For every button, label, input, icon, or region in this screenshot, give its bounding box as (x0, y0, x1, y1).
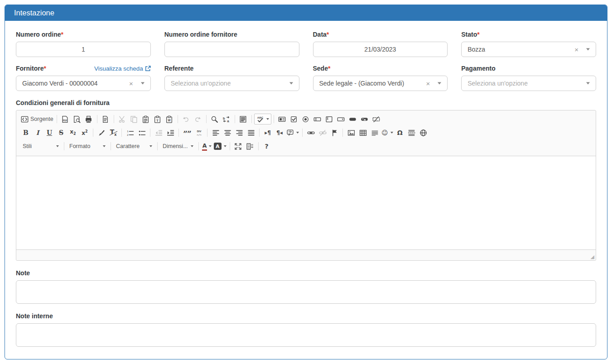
paste-word-button[interactable]: W (164, 114, 175, 125)
font-combo-label: Carattere (116, 143, 140, 149)
chevron-down-icon[interactable] (586, 48, 590, 51)
numero-ordine-fornitore-input[interactable] (164, 42, 299, 57)
svg-text:a: a (227, 119, 230, 123)
align-left-button[interactable] (210, 127, 222, 138)
styles-combo[interactable]: Stili (20, 141, 62, 152)
remove-format-button[interactable]: Tx (107, 127, 119, 138)
radio-button[interactable] (300, 114, 312, 125)
bidi-ltr-button[interactable]: ▸¶ (262, 127, 274, 138)
align-center-button[interactable] (222, 127, 233, 138)
chevron-down-icon[interactable] (141, 82, 145, 85)
strike-button[interactable]: S (55, 127, 67, 138)
smiley-button[interactable]: ☺ (381, 127, 394, 138)
svg-text:DIV: DIV (197, 130, 201, 133)
anchor-button[interactable] (328, 127, 340, 138)
clear-icon[interactable]: × (129, 80, 133, 87)
align-right-button[interactable] (233, 127, 245, 138)
iframe-button[interactable] (418, 127, 429, 138)
special-char-button[interactable]: Ω (394, 127, 406, 138)
show-blocks-button[interactable] (244, 141, 256, 152)
numbered-list-button[interactable]: 12 (124, 127, 136, 138)
font-combo[interactable]: Carattere (113, 141, 155, 152)
hidden-field-button[interactable]: I (371, 114, 382, 125)
link-button[interactable] (305, 127, 317, 138)
chevron-down-icon[interactable] (438, 82, 441, 85)
subscript-button[interactable]: x2 (67, 127, 79, 138)
note-input[interactable] (16, 280, 596, 304)
chevron-down-icon[interactable] (289, 82, 293, 85)
select-all-button[interactable] (237, 114, 249, 125)
format-combo[interactable]: Formato (67, 141, 108, 152)
image-button-button[interactable] (359, 114, 371, 125)
horizontal-rule-button[interactable] (369, 127, 381, 138)
image-button[interactable] (345, 127, 357, 138)
clear-icon[interactable]: × (574, 46, 578, 53)
pagamento-select[interactable]: Seleziona un'opzione (461, 76, 596, 91)
indent-button[interactable] (164, 127, 176, 138)
language-button[interactable] (285, 127, 300, 138)
select-field-button[interactable] (335, 114, 347, 125)
note-interne-input[interactable] (16, 323, 596, 347)
about-button[interactable]: ? (261, 141, 273, 152)
paste-text-icon: T (154, 115, 161, 123)
bold-button[interactable]: B (20, 127, 32, 138)
bidi-ltr-icon: ▸¶ (265, 130, 271, 135)
preview-button[interactable] (71, 114, 83, 125)
required-marker: * (43, 65, 46, 72)
export-pdf-button[interactable]: PDF (59, 114, 71, 125)
align-justify-button[interactable] (245, 127, 257, 138)
bidi-rtl-button[interactable]: ¶◂ (274, 127, 285, 138)
toolbar-separator (57, 115, 57, 123)
bg-color-icon: A (214, 143, 222, 150)
fornitore-select[interactable]: Giacomo Verdi - 00000004 × (16, 76, 151, 91)
text-field-button[interactable] (312, 114, 323, 125)
stato-select[interactable]: Bozza × (461, 42, 596, 57)
text-color-button[interactable]: A (201, 141, 213, 152)
chevron-down-icon[interactable] (586, 82, 590, 85)
blockquote-button[interactable]: ”” (181, 127, 193, 138)
maximize-button[interactable] (232, 141, 244, 152)
size-combo[interactable]: Dimensi... (160, 141, 196, 152)
editor-content[interactable] (16, 156, 596, 249)
pagamento-label: Pagamento (461, 65, 495, 72)
bulleted-list-button[interactable] (136, 127, 148, 138)
superscript-button[interactable]: x2 (79, 127, 91, 138)
svg-text:b: b (223, 116, 225, 120)
field-note-interne: Note interne (16, 312, 596, 347)
button-field-button[interactable] (347, 114, 359, 125)
textarea-field-button[interactable] (323, 114, 335, 125)
print-button[interactable] (83, 114, 95, 125)
field-sede: Sede* Sede legale - (Giacomo Verdi) × (313, 65, 448, 91)
copy-formatting-button[interactable] (96, 127, 107, 138)
numero-ordine-input[interactable] (16, 42, 151, 57)
source-button[interactable]: Sorgente (20, 114, 54, 125)
svg-text:1: 1 (127, 130, 128, 133)
bg-color-button[interactable]: A (213, 141, 227, 152)
underline-button[interactable]: U (43, 127, 55, 138)
clear-icon[interactable]: × (426, 80, 430, 87)
replace-button[interactable]: ba (221, 114, 232, 125)
find-button[interactable] (209, 114, 221, 125)
sede-select[interactable]: Sede legale - (Giacomo Verdi) × (313, 76, 448, 91)
toolbar-separator (121, 129, 122, 137)
new-page-button[interactable] (100, 114, 111, 125)
checkbox-button[interactable] (288, 114, 300, 125)
form-button[interactable] (276, 114, 288, 125)
div-container-button[interactable]: DIV</> (193, 127, 205, 138)
cut-button (116, 114, 128, 125)
svg-text:2: 2 (127, 133, 128, 136)
italic-button[interactable]: I (32, 127, 43, 138)
table-button[interactable] (357, 127, 369, 138)
page-break-button[interactable] (406, 127, 418, 138)
note-interne-label: Note interne (16, 312, 596, 320)
referente-select[interactable]: Seleziona un'opzione (164, 76, 299, 91)
export-pdf-icon: PDF (61, 115, 69, 123)
spell-check-button[interactable]: ABC (254, 114, 271, 125)
visualizza-scheda-link[interactable]: Visualizza scheda (94, 65, 151, 72)
editor-resize-handle[interactable]: ◢ (591, 254, 596, 260)
unlink-button (317, 127, 328, 138)
paste-text-button[interactable]: T (152, 114, 164, 125)
paste-button[interactable] (140, 114, 152, 125)
dropdown-caret-icon (296, 132, 299, 134)
data-input[interactable] (313, 42, 448, 57)
